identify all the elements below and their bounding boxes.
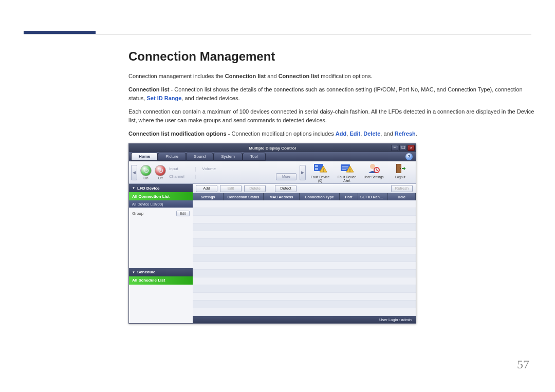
table-row <box>193 270 416 277</box>
col-delete[interactable]: Dele <box>388 193 416 200</box>
sidebar-all-device[interactable]: All Device List(00) <box>129 200 193 208</box>
paragraph-1: Connection management includes the Conne… <box>128 72 535 81</box>
group-edit-button[interactable]: Edit <box>176 211 190 216</box>
sidebar-schedule-label: Schedule <box>137 270 156 274</box>
col-mac-address[interactable]: MAC Address <box>264 193 300 200</box>
channel-label: Channel <box>169 174 189 179</box>
chevron-down-icon: ▼ <box>132 186 135 190</box>
window-title: Multiple Display Control <box>249 146 296 151</box>
svg-point-13 <box>400 168 401 169</box>
minimize-button[interactable]: − <box>391 145 398 151</box>
table-row <box>193 223 416 231</box>
fault-alert-button[interactable]: ! Fault Device Alert <box>336 162 358 182</box>
col-connection-status[interactable]: Connection Status <box>224 193 264 200</box>
maximize-button[interactable]: ☐ <box>399 145 406 151</box>
logout-button[interactable]: Logout <box>389 162 412 182</box>
col-port[interactable]: Port <box>340 193 358 200</box>
sidebar-all-schedule[interactable]: All Schedule List <box>129 276 193 285</box>
highlight-set-id-range: Set ID Range <box>146 95 181 101</box>
fault-device-button[interactable]: ! Fault Device (0) <box>309 162 331 182</box>
text: Each connection can contain a maximum of… <box>128 108 534 123</box>
app-window: Multiple Display Control − ☐ × Home Pict… <box>128 143 416 324</box>
sidebar: ▼LFD Device All Connection List All Devi… <box>129 184 193 323</box>
fault-alert-label: Fault Device Alert <box>336 175 358 182</box>
power-buttons: ⏻ On ⏻ Off <box>140 165 166 180</box>
add-button[interactable]: Add <box>196 185 217 192</box>
ribbon-prev[interactable]: ◄ <box>131 165 137 180</box>
connection-toolbar: Add Edit Delete Detect Refresh <box>193 184 416 193</box>
table-row <box>193 216 416 223</box>
bold: Connection list <box>279 73 319 79</box>
table-row <box>193 254 416 262</box>
paragraph-3: Each connection can contain a maximum of… <box>128 107 535 125</box>
divider: | <box>195 174 196 179</box>
text: modification options. <box>319 73 372 79</box>
delete-button[interactable]: Delete <box>244 185 266 192</box>
text: . <box>416 130 417 137</box>
sidebar-lfd-header[interactable]: ▼LFD Device <box>129 184 193 192</box>
status-text: User Login : admin <box>379 318 412 322</box>
table-row <box>193 262 416 270</box>
sidebar-schedule-header[interactable]: ▼Schedule <box>129 268 193 276</box>
table-row <box>193 277 416 285</box>
table-row <box>193 231 416 239</box>
text: - Connection modification options includ… <box>227 130 336 137</box>
edit-button[interactable]: Edit <box>220 185 242 192</box>
logout-label: Logout <box>395 175 405 179</box>
fault-device-icon: ! <box>313 162 327 175</box>
user-settings-icon <box>366 162 381 175</box>
tab-picture[interactable]: Picture <box>158 153 186 161</box>
user-settings-label: User Settings <box>363 175 383 179</box>
power-off-button[interactable]: ⏻ <box>155 165 166 176</box>
menubar: Home Picture Sound System Tool ? <box>129 152 416 161</box>
col-connection-type[interactable]: Connection Type <box>300 193 340 200</box>
table-row <box>193 247 416 254</box>
highlight-add: Add <box>336 130 346 137</box>
ribbon-controls: Input | Volume Channel | More <box>169 165 297 180</box>
connection-grid <box>193 200 416 316</box>
table-row <box>193 239 416 247</box>
power-on-button[interactable]: ⏻ <box>140 165 152 176</box>
sidebar-lfd-label: LFD Device <box>137 186 160 191</box>
window-buttons: − ☐ × <box>391 145 415 151</box>
tab-home[interactable]: Home <box>131 153 158 161</box>
text: , and detected devices. <box>181 95 239 101</box>
table-row <box>193 285 416 293</box>
sidebar-group-area: Group Edit <box>129 208 193 268</box>
more-button[interactable]: More <box>276 173 297 180</box>
chevron-down-icon: ▼ <box>132 271 135 274</box>
tab-tool[interactable]: Tool <box>243 153 266 161</box>
highlight-edit: Edit <box>349 130 360 137</box>
bold: Connection list modification options <box>128 130 227 137</box>
power-on-label: On <box>143 176 148 180</box>
highlight-refresh: Refresh <box>395 130 416 137</box>
help-button[interactable]: ? <box>405 153 413 160</box>
close-button[interactable]: × <box>408 145 415 151</box>
ribbon-right-group: ! Fault Device (0) ! Fault Device Alert … <box>309 162 412 182</box>
header-rule <box>24 34 531 34</box>
sidebar-all-connection[interactable]: All Connection List <box>129 192 193 200</box>
table-row <box>193 301 416 308</box>
statusbar: User Login : admin <box>193 316 416 323</box>
app-body: ▼LFD Device All Connection List All Devi… <box>129 184 416 323</box>
fault-device-label: Fault Device (0) <box>309 175 331 182</box>
paragraph-4: Connection list modification options - C… <box>128 129 535 138</box>
tab-sound[interactable]: Sound <box>186 153 213 161</box>
tab-system[interactable]: System <box>213 153 243 161</box>
sidebar-schedule-area <box>129 285 193 323</box>
main-pane: Add Edit Delete Detect Refresh Settings … <box>193 184 416 323</box>
table-row <box>193 208 416 216</box>
table-row <box>193 200 416 208</box>
user-settings-button[interactable]: User Settings <box>362 162 385 182</box>
svg-rect-1 <box>315 165 318 167</box>
svg-rect-2 <box>315 168 318 170</box>
refresh-button[interactable]: Refresh <box>391 185 413 192</box>
col-settings[interactable]: Settings <box>193 193 224 200</box>
logout-icon <box>393 162 408 175</box>
ribbon-next[interactable]: ► <box>300 165 306 180</box>
page-content: Connection Management Connection managem… <box>128 49 535 324</box>
col-set-id-range[interactable]: SET ID Ran… <box>358 193 388 200</box>
highlight-delete: Delete <box>363 130 380 137</box>
bold: Connection list <box>225 73 266 79</box>
detect-button[interactable]: Detect <box>275 185 297 192</box>
